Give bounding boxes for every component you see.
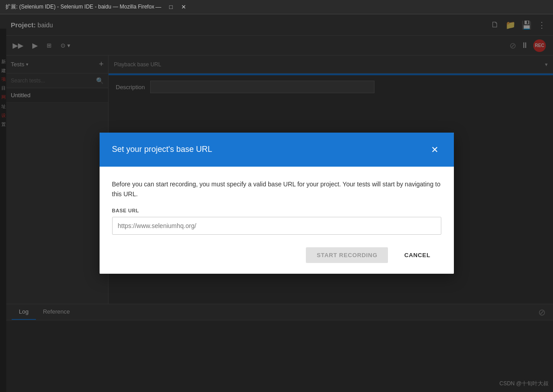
close-button[interactable]: ✕	[179, 3, 187, 11]
modal-dialog: Set your project's base URL ✕ Before you…	[100, 133, 454, 274]
browser-titlebar: 扩展: (Selenium IDE) - Selenium IDE - baid…	[0, 0, 553, 14]
modal-actions: START RECORDING CANCEL	[112, 247, 441, 263]
window-controls: — □ ✕	[154, 3, 187, 11]
cancel-button[interactable]: CANCEL	[393, 247, 441, 263]
modal-title: Set your project's base URL	[112, 145, 213, 154]
modal-header: Set your project's base URL ✕	[100, 133, 454, 167]
modal-close-button[interactable]: ✕	[429, 143, 441, 156]
maximize-button[interactable]: □	[167, 3, 175, 11]
modal-backdrop: Set your project's base URL ✕ Before you…	[0, 14, 553, 392]
modal-field-group: BASE URL	[112, 208, 441, 235]
app-container: 新 建 项 目 网 址 设 置 Project: baidu 🗋 📁 💾 ⋮ ▶…	[0, 14, 553, 392]
start-recording-button[interactable]: START RECORDING	[306, 247, 388, 263]
browser-title: 扩展: (Selenium IDE) - Selenium IDE - baid…	[5, 3, 154, 11]
base-url-input[interactable]	[112, 217, 441, 235]
modal-body: Before you can start recording, you must…	[100, 167, 454, 274]
minimize-button[interactable]: —	[154, 3, 162, 11]
base-url-label: BASE URL	[112, 208, 441, 213]
modal-description: Before you can start recording, you must…	[112, 179, 441, 199]
